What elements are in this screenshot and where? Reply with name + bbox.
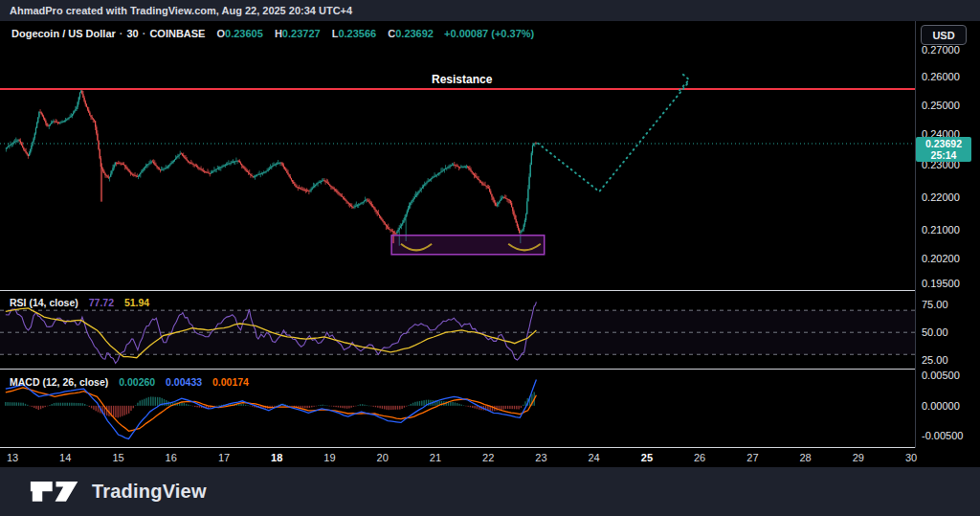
macd-signal-value: 0.00174 <box>212 376 249 388</box>
rsi-ma-value: 51.94 <box>124 297 149 308</box>
time-label: 13 <box>7 452 18 463</box>
rsi-tick: 25.00 <box>922 354 948 366</box>
resistance-label[interactable]: Resistance <box>432 73 492 86</box>
rsi-bands <box>0 310 915 354</box>
time-label: 23 <box>535 452 546 463</box>
price-axis[interactable]: USD 0.270000.260000.250000.240000.230000… <box>916 21 980 448</box>
time-axis[interactable]: 131415161718192021222324252627282930 <box>0 448 980 467</box>
brand-text[interactable]: TradingView <box>92 481 207 503</box>
rsi-line <box>6 302 537 363</box>
rsi-tick: 50.00 <box>922 326 948 338</box>
macd-tick: -0.00500 <box>922 430 963 441</box>
time-label: 18 <box>271 452 282 463</box>
open-value: 0.23605 <box>225 28 263 39</box>
double-bottom-arc <box>401 244 432 251</box>
price-tick: 0.20200 <box>922 253 960 264</box>
time-label: 28 <box>799 452 811 463</box>
tradingview-screen: AhmadPro created with TradingView.com, A… <box>0 0 980 516</box>
high-label: H <box>275 28 282 39</box>
low-value: 0.23566 <box>338 28 376 39</box>
legend-separator: · <box>143 28 146 39</box>
time-label: 15 <box>112 452 123 463</box>
logo-glyph-1 <box>31 481 53 501</box>
rsi-value: 77.72 <box>89 297 114 308</box>
symbol-legend[interactable]: Dogecoin / US Dollar·30·COINBASE O0.2360… <box>11 28 534 39</box>
time-label: 14 <box>59 452 71 463</box>
pattern-box[interactable] <box>391 236 545 255</box>
close-value: 0.23692 <box>395 28 434 39</box>
footer: TradingView <box>0 467 980 516</box>
price-tick: 0.21000 <box>922 224 960 236</box>
macd-tick: 0.00500 <box>922 370 960 381</box>
time-label: 19 <box>323 452 335 463</box>
interval-label[interactable]: 30 <box>126 28 138 39</box>
legend-separator: · <box>120 28 123 39</box>
topbar: AhmadPro created with TradingView.com, A… <box>0 0 980 21</box>
pane-separators <box>0 21 980 467</box>
time-label: 22 <box>482 452 494 463</box>
rsi-legend[interactable]: RSI (14, close) 77.72 51.94 <box>10 297 149 308</box>
rsi-tick: 75.00 <box>922 299 948 310</box>
macd-tick: 0.00000 <box>922 400 960 412</box>
last-price-badge: 0.23692 25:14 <box>916 137 971 162</box>
double-bottom-arc <box>508 244 541 251</box>
macd-histogram-value: 0.00260 <box>119 376 155 388</box>
attribution-text: AhmadPro created with TradingView.com, A… <box>10 5 352 16</box>
last-price-value: 0.23692 <box>916 138 971 149</box>
time-label: 21 <box>430 452 441 463</box>
price-tick: 0.26000 <box>922 71 960 82</box>
candlestick-series <box>6 89 537 246</box>
high-value: 0.23727 <box>282 28 321 39</box>
rsi-ma-line <box>6 308 537 358</box>
time-label: 17 <box>218 452 230 463</box>
macd-line-value: 0.00433 <box>166 376 202 388</box>
logo-glyph-7 <box>56 481 78 501</box>
close-label: C <box>388 28 395 39</box>
chart-area[interactable]: Dogecoin / US Dollar·30·COINBASE O0.2360… <box>0 21 980 467</box>
price-tick: 0.19500 <box>922 278 960 289</box>
currency-button[interactable]: USD <box>921 25 967 45</box>
time-label: 16 <box>166 452 177 463</box>
symbol-title[interactable]: Dogecoin / US Dollar <box>11 28 116 39</box>
time-label: 25 <box>641 452 653 463</box>
change-value: +0.00087 (+0.37%) <box>444 28 534 39</box>
projection-arrowhead <box>679 74 689 90</box>
bar-countdown: 25:14 <box>916 149 971 161</box>
time-label: 29 <box>853 452 864 463</box>
price-tick: 0.22000 <box>922 191 960 203</box>
price-tick: 0.27000 <box>922 44 960 56</box>
time-label: 30 <box>905 452 917 463</box>
price-tick: 0.25000 <box>922 100 960 111</box>
macd-title[interactable]: MACD (12, 26, close) <box>10 376 108 388</box>
projection-line[interactable] <box>538 74 689 191</box>
tradingview-logo[interactable] <box>29 480 82 505</box>
open-label: O <box>217 28 226 39</box>
time-label: 24 <box>588 452 599 463</box>
macd-line <box>6 380 537 439</box>
macd-signal-line <box>6 388 537 431</box>
macd-legend[interactable]: MACD (12, 26, close) 0.00260 0.00433 0.0… <box>10 376 249 388</box>
time-label: 20 <box>377 452 389 463</box>
rsi-title[interactable]: RSI (14, close) <box>10 297 78 308</box>
time-label: 26 <box>694 452 705 463</box>
exchange-label: COINBASE <box>149 28 205 39</box>
macd-histogram <box>5 393 535 418</box>
time-label: 27 <box>746 452 758 463</box>
chart-canvas <box>0 21 980 467</box>
